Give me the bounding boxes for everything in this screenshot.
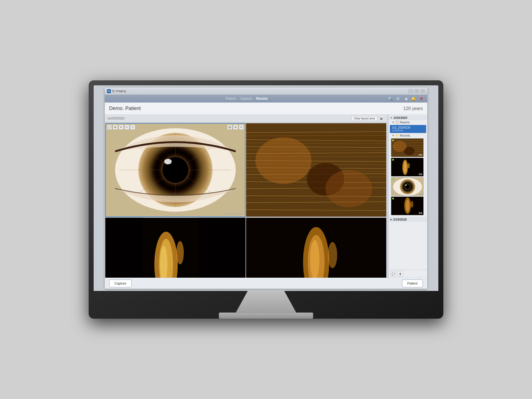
breadcrumb: Patient › Capture › Review <box>108 97 385 101</box>
sidebar-delete-icon[interactable]: 🗑 <box>398 271 403 277</box>
eye-image-3 <box>105 218 245 278</box>
cell-grid-btn[interactable]: ⊞ <box>113 125 118 130</box>
cell-timestamp-1: 2/20/2020 2:21 PM <box>222 213 243 215</box>
patient-header: Demo. Patient 120 years <box>105 103 427 115</box>
report-folder-icon: 📋 <box>395 121 399 124</box>
sidebar-bottom-icons: 💬 🗑 <box>389 270 427 278</box>
triangle-icon-2: ▶ <box>390 218 392 221</box>
sidebar-thumbnail-1[interactable]: OD <box>391 138 424 157</box>
sidebar-records-header[interactable]: ▼ 📁 Records <box>389 134 427 138</box>
collapse-panel-icon[interactable]: ▶ <box>379 116 384 121</box>
svg-point-66 <box>406 200 410 212</box>
breadcrumb-sep-1: › <box>237 97 238 100</box>
image-grid: 💬 ⊞ ↻ ↩ ⤡ ▤ ⧉ ✕ <box>105 122 387 278</box>
image-cell-1[interactable]: 💬 ⊞ ↻ ↩ ⤡ ▤ ⧉ ✕ <box>105 123 245 217</box>
thumb-dot-3 <box>392 178 394 180</box>
close-icon[interactable]: ✕ <box>418 96 424 101</box>
svg-point-58 <box>408 163 410 168</box>
window-close-button[interactable]: × <box>421 89 425 93</box>
clear-layout-button[interactable]: Clear layout area <box>351 116 377 121</box>
layout-toolbar: 2x220200220 Clear layout area ▶ <box>105 115 387 122</box>
thumb-label-4: OS <box>419 212 422 214</box>
svg-point-42 <box>310 240 319 278</box>
breadcrumb-review[interactable]: Review <box>256 97 268 101</box>
main-content: 2x220200220 Clear layout area ▶ 💬 ⊞ ↻ <box>105 115 427 278</box>
sidebar-reports-label: Reports <box>400 121 410 124</box>
eye-image-1 <box>106 124 245 216</box>
app-logo-icon: SL <box>107 89 111 93</box>
monitor: SL SL Imaging − □ × Patient › Capture › … <box>89 80 443 319</box>
selected-item-date: 2/20/2020 <box>392 129 424 132</box>
thumb-dot-2 <box>392 159 394 161</box>
nav-icons: 🔍 ⚙ ◀ 🔔 ✕ <box>387 96 424 101</box>
sidebar-thumbnail-3[interactable]: OD <box>391 177 424 196</box>
triangle-icon-reports: ▼ <box>392 121 394 124</box>
app-logo: SL SL Imaging <box>107 89 126 93</box>
breadcrumb-sep-2: › <box>254 97 254 100</box>
cell-toolbar-right-1: ▤ ⧉ ✕ <box>227 125 244 130</box>
monitor-base <box>219 313 313 319</box>
sidebar-comment-icon[interactable]: 💬 <box>390 271 396 277</box>
nav-bar: Patient › Capture › Review 🔍 ⚙ ◀ 🔔 ✕ <box>105 95 427 103</box>
footer-bar: Capture Patient <box>105 278 427 289</box>
svg-point-8 <box>164 159 172 164</box>
cell-close-btn-1[interactable]: ✕ <box>239 125 244 130</box>
sidebar-date-2-label: 2/19/2020 <box>393 218 407 221</box>
volume-icon[interactable]: ◀ <box>403 96 408 101</box>
cell-expand-btn[interactable]: ⤡ <box>130 125 135 130</box>
cell-comment-btn[interactable]: 💬 <box>107 125 112 130</box>
thumb-dot-1 <box>392 139 394 141</box>
notification-icon[interactable]: 🔔 <box>411 96 416 101</box>
svg-point-63 <box>405 185 407 186</box>
triangle-icon-1: ▼ <box>390 117 393 119</box>
sidebar-thumbnail-4[interactable]: OS <box>391 196 424 215</box>
cell-info-btn-1[interactable]: ▤ <box>227 125 232 130</box>
selected-item-label: 2x2_20200220 <box>392 126 424 129</box>
patient-button[interactable]: Patient <box>402 280 423 287</box>
monitor-stand <box>236 291 296 313</box>
sidebar-date-1[interactable]: ▼ 2/20/2020 <box>389 115 427 120</box>
cell-rotate-btn[interactable]: ↻ <box>119 125 124 130</box>
breadcrumb-patient[interactable]: Patient <box>226 97 236 101</box>
sidebar: ▼ 2/20/2020 ▼ 📋 Reports 2x2_20200220 <box>388 115 427 278</box>
settings-icon[interactable]: ⚙ <box>395 96 401 101</box>
svg-point-67 <box>411 201 413 208</box>
records-folder-icon: 📁 <box>395 134 399 137</box>
title-bar: SL SL Imaging − □ × <box>105 88 427 95</box>
sidebar-section-2: ▶ 2/19/2020 <box>389 216 427 222</box>
sidebar-section-1: ▼ 2/20/2020 ▼ 📋 Reports 2x2_20200220 <box>389 115 427 216</box>
svg-rect-38 <box>105 218 143 278</box>
sidebar-selected-item[interactable]: 2x2_20200220 2/20/2020 <box>390 125 426 133</box>
sidebar-reports-header[interactable]: ▼ 📋 Reports <box>389 120 427 124</box>
thumb-label-3: OD <box>419 192 423 195</box>
capture-button[interactable]: Capture <box>109 280 132 287</box>
search-icon[interactable]: 🔍 <box>387 96 393 101</box>
image-cell-2[interactable] <box>246 123 386 217</box>
eye-image-2 <box>246 123 386 217</box>
app-window: SL SL Imaging − □ × Patient › Capture › … <box>105 88 427 289</box>
cell-undo-btn[interactable]: ↩ <box>124 125 129 130</box>
layout-area: 2x220200220 Clear layout area ▶ 💬 ⊞ ↻ <box>105 115 387 278</box>
svg-point-36 <box>176 241 184 264</box>
sidebar-date-2[interactable]: ▶ 2/19/2020 <box>389 217 427 222</box>
svg-point-43 <box>328 242 337 268</box>
window-controls: − □ × <box>408 89 425 93</box>
svg-point-30 <box>255 137 311 184</box>
thumb-dot-4 <box>392 198 394 200</box>
image-cell-3[interactable] <box>105 218 245 278</box>
breadcrumb-capture[interactable]: Capture <box>240 97 252 101</box>
sidebar-records-label: Records <box>400 134 410 137</box>
image-cell-4[interactable] <box>246 218 386 278</box>
cell-copy-btn-1[interactable]: ⧉ <box>233 125 238 130</box>
app-title: SL Imaging <box>112 89 126 93</box>
maximize-button[interactable]: □ <box>415 89 419 93</box>
thumb-label-1: OD <box>419 154 423 156</box>
sidebar-date-1-label: 2/20/2020 <box>394 116 407 119</box>
patient-age: 120 years <box>403 106 423 111</box>
triangle-icon-records: ▼ <box>392 134 394 137</box>
sidebar-thumbnail-2[interactable]: OS <box>391 158 424 177</box>
cell-toolbar-1: 💬 ⊞ ↻ ↩ ⤡ <box>107 125 135 130</box>
minimize-button[interactable]: − <box>408 89 413 93</box>
svg-point-54 <box>393 141 406 152</box>
eye-image-4 <box>246 218 386 278</box>
